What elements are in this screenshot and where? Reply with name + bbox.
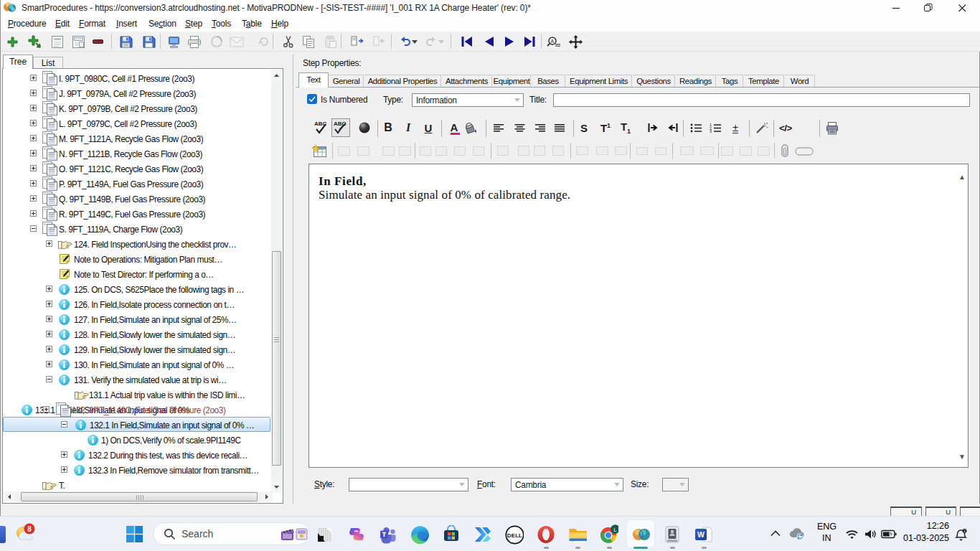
svg-text:L: L	[613, 527, 617, 533]
svg-text:W: W	[697, 530, 705, 539]
svg-text:A: A	[551, 39, 555, 44]
svg-text:DELL: DELL	[507, 532, 522, 538]
svg-text:3: 3	[710, 129, 712, 133]
svg-text:8: 8	[27, 525, 32, 533]
svg-text:ABC: ABC	[334, 121, 347, 127]
